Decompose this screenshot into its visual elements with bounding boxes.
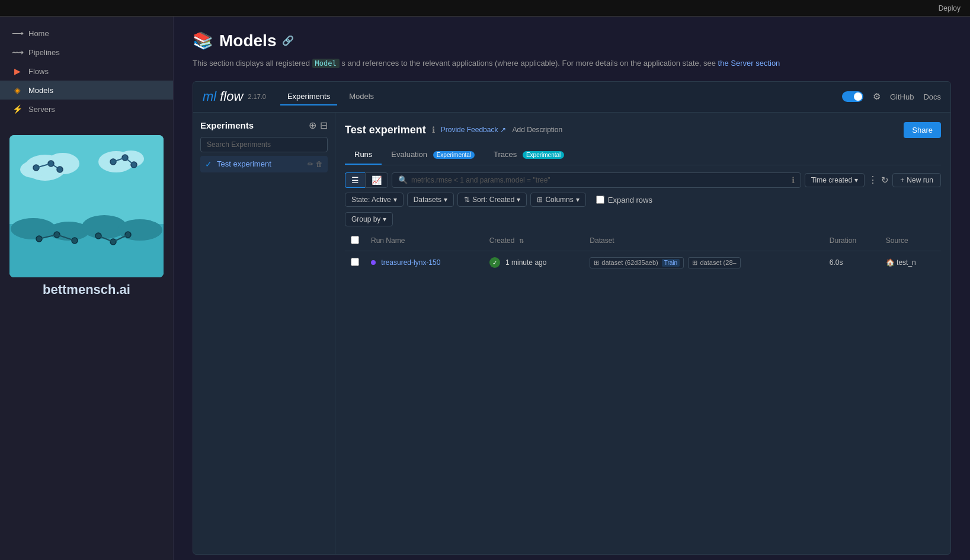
expand-rows-checkbox[interactable] [596, 196, 604, 204]
sidebar-item-label: Models [28, 86, 53, 95]
view-toggle: ☰ 📈 [345, 172, 388, 188]
delete-experiment-icon[interactable]: 🗑 [316, 160, 323, 168]
new-run-button[interactable]: + New run [892, 173, 941, 187]
flow-text: flow [220, 89, 243, 104]
chevron-down-icon: ▾ [383, 215, 386, 223]
chevron-down-icon: ▾ [854, 176, 858, 184]
created-sort-icon: ⇅ [519, 238, 524, 244]
mlflow-nav-right: ⚙ GitHub Docs [842, 91, 941, 102]
mlflow-logo: mlflow 2.17.0 [203, 89, 266, 104]
share-button[interactable]: Share [904, 122, 941, 138]
sort-button[interactable]: ⇅ Sort: Created ▾ [457, 193, 527, 207]
chevron-down-icon: ▾ [393, 196, 397, 204]
flows-icon: ▶ [12, 66, 23, 76]
sidebar-brand: bettmensch.ai [9, 282, 164, 297]
runs-table: Run Name Created ⇅ Dataset [345, 231, 941, 275]
traces-badge: Experimental [523, 151, 564, 159]
dataset-tag-2[interactable]: ⊞ dataset (28– [688, 257, 740, 268]
dataset-type-badge: Train [662, 259, 680, 267]
chevron-down-icon: ▾ [517, 196, 520, 204]
created-header[interactable]: Created ⇅ [484, 231, 584, 251]
page-subtitle: This section displays all registered Mod… [193, 57, 951, 69]
experiment-label: Test experiment [217, 159, 303, 168]
experiments-sidebar: Experiments ⊕ ⊟ ✓ Test experiment ✏ 🗑 [193, 113, 335, 554]
mlflow-nav: Experiments Models [280, 88, 828, 105]
experiment-title: Test experiment [345, 124, 426, 136]
mlflow-version: 2.17.0 [248, 93, 266, 100]
page-title-row: 📚 Models 🔗 [193, 31, 951, 50]
experiments-sidebar-title: Experiments [200, 120, 254, 130]
svg-point-3 [20, 161, 46, 178]
state-filter-button[interactable]: State: Active ▾ [345, 193, 404, 207]
search-icon: 🔍 [398, 175, 408, 184]
datasets-filter-button[interactable]: Datasets ▾ [407, 193, 454, 207]
list-view-button[interactable]: ☰ [345, 172, 365, 188]
servers-icon: ⚡ [12, 104, 23, 114]
source-icon: 🏠 [886, 258, 895, 267]
runs-toolbar-row3: Group by ▾ [345, 212, 941, 226]
runs-search-input[interactable] [411, 176, 788, 184]
group-by-button[interactable]: Group by ▾ [345, 212, 393, 226]
github-link[interactable]: GitHub [890, 92, 914, 101]
runs-toolbar-row1: ☰ 📈 🔍 ℹ Time created ▾ ⋮ [345, 172, 941, 188]
mlflow-nav-experiments[interactable]: Experiments [280, 88, 337, 105]
search-experiments-input[interactable] [200, 137, 328, 152]
add-experiment-icon[interactable]: ⊕ [309, 120, 316, 131]
deploy-button[interactable]: Deploy [939, 4, 961, 12]
sidebar-item-label: Home [28, 29, 49, 38]
home-icon: ⟶ [12, 28, 23, 38]
sidebar-item-models[interactable]: ◈ Models [0, 81, 173, 100]
run-duration: 6.0s [824, 251, 880, 274]
mlflow-panel: mlflow 2.17.0 Experiments Models ⚙ GitHu… [193, 81, 951, 555]
experiment-item-actions: ✏ 🗑 [308, 160, 323, 168]
dataset-header: Dataset [584, 231, 823, 251]
run-name-header: Run Name [365, 231, 484, 251]
expand-rows-option[interactable]: Expand rows [590, 193, 659, 207]
collapse-sidebar-icon[interactable]: ⊟ [320, 120, 328, 131]
sidebar-item-pipelines[interactable]: ⟿ Pipelines [0, 43, 173, 62]
models-icon: ◈ [12, 85, 23, 95]
experiment-check-icon: ✓ [205, 159, 212, 169]
provide-feedback-button[interactable]: Provide Feedback ↗ [441, 126, 507, 134]
columns-button[interactable]: ⊞ Columns ▾ [530, 193, 585, 207]
run-source: test_n [897, 258, 916, 267]
sidebar-item-servers[interactable]: ⚡ Servers [0, 100, 173, 119]
dataset-tag-1[interactable]: ⊞ dataset (62d35aeb) Train [590, 257, 684, 268]
tab-evaluation[interactable]: Evaluation Experimental [382, 145, 484, 165]
server-section-link[interactable]: the Server section [718, 59, 780, 68]
tab-traces[interactable]: Traces Experimental [484, 145, 574, 165]
evaluation-badge: Experimental [433, 151, 475, 159]
experiment-tabs: Runs Evaluation Experimental Traces Expe… [345, 145, 941, 165]
sidebar-logo-area: bettmensch.ai [0, 126, 173, 307]
sidebar-item-flows[interactable]: ▶ Flows [0, 62, 173, 81]
search-info-icon[interactable]: ℹ [792, 175, 795, 185]
chart-view-button[interactable]: 📈 [365, 172, 388, 188]
tab-runs[interactable]: Runs [345, 145, 382, 165]
add-description-button[interactable]: Add Description [512, 126, 562, 134]
sidebar-nav: ⟶ Home ⟿ Pipelines ▶ Flows ◈ Models ⚡ Se… [0, 17, 173, 126]
dark-mode-toggle[interactable] [842, 91, 863, 102]
sidebar-logo-image [9, 135, 164, 277]
row-checkbox[interactable] [351, 258, 359, 266]
duration-header: Duration [824, 231, 880, 251]
experiment-list-item[interactable]: ✓ Test experiment ✏ 🗑 [200, 156, 328, 172]
model-code: Model [312, 59, 340, 68]
pipelines-icon: ⟿ [12, 47, 23, 57]
time-created-dropdown[interactable]: Time created ▾ [805, 173, 865, 187]
settings-icon[interactable]: ⚙ [873, 91, 881, 102]
refresh-icon[interactable]: ↻ [881, 175, 889, 185]
mlflow-nav-models[interactable]: Models [342, 88, 381, 105]
runs-search-bar[interactable]: 🔍 ℹ [392, 172, 801, 188]
sidebar: ⟶ Home ⟿ Pipelines ▶ Flows ◈ Models ⚡ Se… [0, 17, 174, 560]
select-all-checkbox[interactable] [351, 236, 359, 244]
sidebar-item-home[interactable]: ⟶ Home [0, 24, 173, 43]
experiment-info-icon[interactable]: ℹ [432, 125, 435, 135]
page-title: Models [219, 31, 276, 50]
mlflow-inner: Experiments ⊕ ⊟ ✓ Test experiment ✏ 🗑 [193, 113, 950, 554]
experiment-main: Test experiment ℹ Provide Feedback ↗ Add… [335, 113, 950, 554]
edit-experiment-icon[interactable]: ✏ [308, 160, 313, 168]
run-name-link[interactable]: treasured-lynx-150 [381, 258, 440, 267]
docs-link[interactable]: Docs [923, 92, 941, 101]
more-options-icon[interactable]: ⋮ [868, 174, 878, 185]
title-link-icon[interactable]: 🔗 [282, 35, 294, 46]
